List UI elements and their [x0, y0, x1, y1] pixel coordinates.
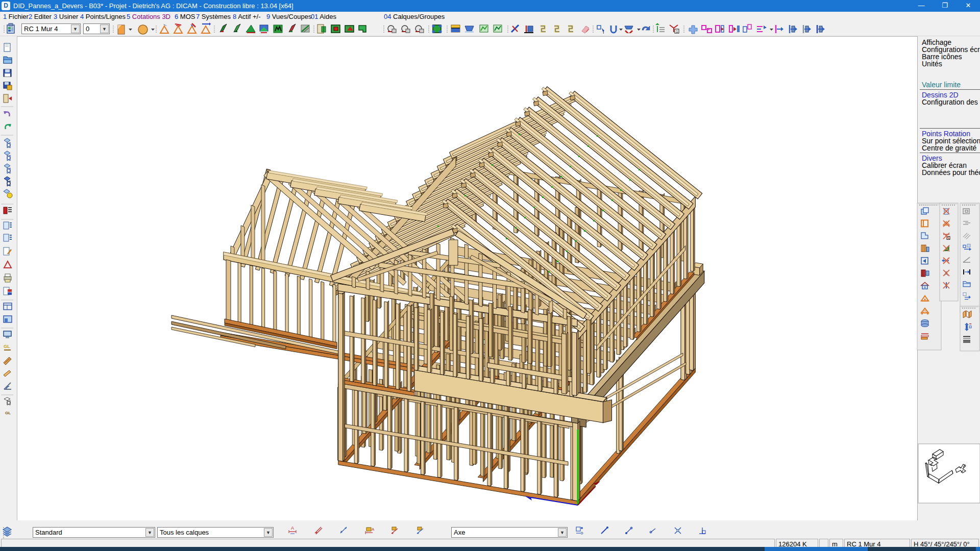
svg-text:GL: GL [4, 344, 10, 349]
svg-text:1: 1 [676, 29, 678, 34]
svg-text:GL: GL [5, 411, 11, 415]
svg-text:A: A [291, 525, 294, 531]
svg-text:A: A [372, 527, 375, 532]
svg-text:I: I [603, 30, 604, 35]
